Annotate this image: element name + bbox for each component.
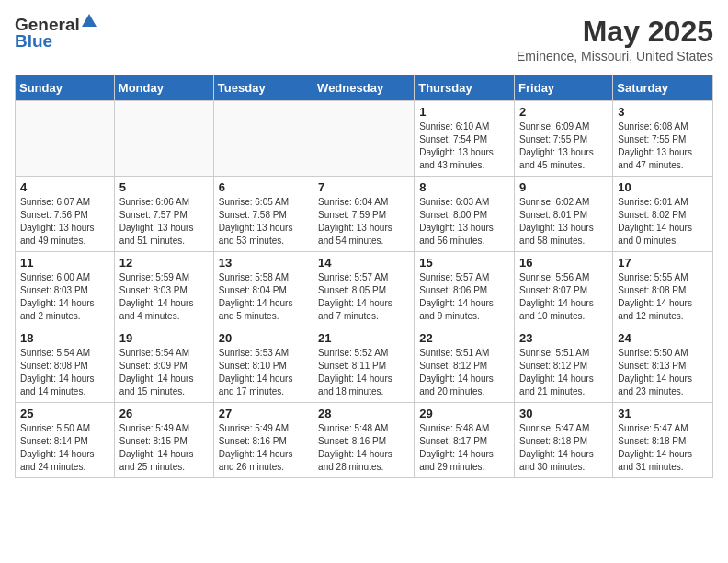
calendar-cell bbox=[213, 101, 313, 177]
calendar-cell: 30Sunrise: 5:47 AMSunset: 8:18 PMDayligh… bbox=[515, 403, 613, 478]
calendar-cell: 16Sunrise: 5:56 AMSunset: 8:07 PMDayligh… bbox=[515, 252, 613, 327]
calendar-cell: 7Sunrise: 6:04 AMSunset: 7:59 PMDaylight… bbox=[313, 177, 415, 252]
col-header-monday: Monday bbox=[114, 75, 213, 101]
day-number: 14 bbox=[318, 256, 409, 270]
calendar-cell bbox=[114, 101, 213, 177]
col-header-saturday: Saturday bbox=[613, 75, 713, 101]
logo-triangle-icon bbox=[82, 14, 97, 30]
day-number: 8 bbox=[419, 180, 509, 194]
day-info: Sunrise: 5:48 AMSunset: 8:17 PMDaylight:… bbox=[419, 422, 509, 474]
day-info: Sunrise: 6:08 AMSunset: 7:55 PMDaylight:… bbox=[618, 121, 708, 172]
calendar-cell: 25Sunrise: 5:50 AMSunset: 8:14 PMDayligh… bbox=[16, 403, 115, 478]
calendar-cell: 2Sunrise: 6:09 AMSunset: 7:55 PMDaylight… bbox=[515, 101, 613, 177]
day-number: 27 bbox=[219, 407, 308, 420]
day-number: 12 bbox=[119, 256, 209, 270]
day-info: Sunrise: 5:55 AMSunset: 8:08 PMDaylight:… bbox=[618, 271, 708, 323]
calendar-cell: 10Sunrise: 6:01 AMSunset: 8:02 PMDayligh… bbox=[613, 177, 713, 252]
day-info: Sunrise: 6:09 AMSunset: 7:55 PMDaylight:… bbox=[519, 121, 608, 172]
day-info: Sunrise: 5:51 AMSunset: 8:12 PMDaylight:… bbox=[419, 347, 509, 398]
calendar-cell: 3Sunrise: 6:08 AMSunset: 7:55 PMDaylight… bbox=[613, 101, 713, 177]
day-info: Sunrise: 6:03 AMSunset: 8:00 PMDaylight:… bbox=[419, 196, 509, 247]
day-info: Sunrise: 5:47 AMSunset: 8:18 PMDaylight:… bbox=[519, 422, 608, 474]
calendar-cell: 26Sunrise: 5:49 AMSunset: 8:15 PMDayligh… bbox=[114, 403, 213, 478]
day-number: 5 bbox=[119, 180, 209, 194]
day-number: 17 bbox=[618, 256, 708, 270]
day-info: Sunrise: 5:54 AMSunset: 8:08 PMDaylight:… bbox=[20, 347, 109, 398]
col-header-sunday: Sunday bbox=[16, 75, 115, 101]
calendar-table: SundayMondayTuesdayWednesdayThursdayFrid… bbox=[15, 75, 713, 478]
svg-marker-0 bbox=[82, 14, 97, 27]
day-number: 31 bbox=[618, 407, 708, 420]
day-number: 20 bbox=[219, 331, 308, 345]
day-number: 30 bbox=[519, 407, 608, 420]
day-info: Sunrise: 5:50 AMSunset: 8:13 PMDaylight:… bbox=[618, 347, 708, 398]
calendar-cell bbox=[313, 101, 415, 177]
day-info: Sunrise: 5:57 AMSunset: 8:06 PMDaylight:… bbox=[419, 271, 509, 323]
day-number: 4 bbox=[20, 180, 109, 194]
day-info: Sunrise: 5:51 AMSunset: 8:12 PMDaylight:… bbox=[519, 347, 608, 398]
calendar-cell: 24Sunrise: 5:50 AMSunset: 8:13 PMDayligh… bbox=[613, 327, 713, 403]
calendar-week-row: 1Sunrise: 6:10 AMSunset: 7:54 PMDaylight… bbox=[16, 101, 713, 177]
calendar-cell: 11Sunrise: 6:00 AMSunset: 8:03 PMDayligh… bbox=[16, 252, 115, 327]
calendar-title-area: May 2025 Eminence, Missouri, United Stat… bbox=[517, 15, 713, 63]
day-info: Sunrise: 5:54 AMSunset: 8:09 PMDaylight:… bbox=[119, 347, 209, 398]
day-info: Sunrise: 6:00 AMSunset: 8:03 PMDaylight:… bbox=[20, 271, 109, 323]
calendar-subtitle: Eminence, Missouri, United States bbox=[517, 49, 713, 63]
day-info: Sunrise: 5:56 AMSunset: 8:07 PMDaylight:… bbox=[519, 271, 608, 323]
day-info: Sunrise: 6:07 AMSunset: 7:56 PMDaylight:… bbox=[20, 196, 109, 247]
day-number: 26 bbox=[119, 407, 209, 420]
day-number: 1 bbox=[419, 105, 509, 119]
day-number: 10 bbox=[618, 180, 708, 194]
calendar-cell: 9Sunrise: 6:02 AMSunset: 8:01 PMDaylight… bbox=[515, 177, 613, 252]
day-info: Sunrise: 6:10 AMSunset: 7:54 PMDaylight:… bbox=[419, 121, 509, 172]
calendar-title: May 2025 bbox=[517, 15, 713, 49]
calendar-week-row: 4Sunrise: 6:07 AMSunset: 7:56 PMDaylight… bbox=[16, 177, 713, 252]
day-info: Sunrise: 6:04 AMSunset: 7:59 PMDaylight:… bbox=[318, 196, 409, 247]
calendar-cell: 22Sunrise: 5:51 AMSunset: 8:12 PMDayligh… bbox=[415, 327, 515, 403]
day-info: Sunrise: 5:49 AMSunset: 8:16 PMDaylight:… bbox=[219, 422, 308, 474]
day-number: 16 bbox=[519, 256, 608, 270]
col-header-thursday: Thursday bbox=[415, 75, 515, 101]
day-number: 19 bbox=[119, 331, 209, 345]
day-number: 11 bbox=[20, 256, 109, 270]
day-number: 3 bbox=[618, 105, 708, 119]
calendar-cell: 15Sunrise: 5:57 AMSunset: 8:06 PMDayligh… bbox=[415, 252, 515, 327]
calendar-cell bbox=[16, 101, 115, 177]
calendar-header-row: SundayMondayTuesdayWednesdayThursdayFrid… bbox=[16, 75, 713, 101]
col-header-wednesday: Wednesday bbox=[313, 75, 415, 101]
day-info: Sunrise: 5:52 AMSunset: 8:11 PMDaylight:… bbox=[318, 347, 409, 398]
day-number: 21 bbox=[318, 331, 409, 345]
day-number: 24 bbox=[618, 331, 708, 345]
day-number: 22 bbox=[419, 331, 509, 345]
day-info: Sunrise: 5:58 AMSunset: 8:04 PMDaylight:… bbox=[219, 271, 308, 323]
day-info: Sunrise: 6:06 AMSunset: 7:57 PMDaylight:… bbox=[119, 196, 209, 247]
calendar-week-row: 25Sunrise: 5:50 AMSunset: 8:14 PMDayligh… bbox=[16, 403, 713, 478]
calendar-cell: 1Sunrise: 6:10 AMSunset: 7:54 PMDaylight… bbox=[415, 101, 515, 177]
day-info: Sunrise: 5:59 AMSunset: 8:03 PMDaylight:… bbox=[119, 271, 209, 323]
calendar-cell: 17Sunrise: 5:55 AMSunset: 8:08 PMDayligh… bbox=[613, 252, 713, 327]
calendar-cell: 13Sunrise: 5:58 AMSunset: 8:04 PMDayligh… bbox=[213, 252, 313, 327]
day-number: 13 bbox=[219, 256, 308, 270]
page-header: General Blue May 2025 Eminence, Missouri… bbox=[15, 15, 713, 63]
calendar-cell: 29Sunrise: 5:48 AMSunset: 8:17 PMDayligh… bbox=[415, 403, 515, 478]
calendar-cell: 21Sunrise: 5:52 AMSunset: 8:11 PMDayligh… bbox=[313, 327, 415, 403]
day-info: Sunrise: 5:48 AMSunset: 8:16 PMDaylight:… bbox=[318, 422, 409, 474]
day-info: Sunrise: 5:47 AMSunset: 8:18 PMDaylight:… bbox=[618, 422, 708, 474]
calendar-cell: 4Sunrise: 6:07 AMSunset: 7:56 PMDaylight… bbox=[16, 177, 115, 252]
day-info: Sunrise: 5:57 AMSunset: 8:05 PMDaylight:… bbox=[318, 271, 409, 323]
calendar-cell: 18Sunrise: 5:54 AMSunset: 8:08 PMDayligh… bbox=[16, 327, 115, 403]
calendar-cell: 31Sunrise: 5:47 AMSunset: 8:18 PMDayligh… bbox=[613, 403, 713, 478]
day-number: 15 bbox=[419, 256, 509, 270]
day-number: 25 bbox=[20, 407, 109, 420]
calendar-cell: 23Sunrise: 5:51 AMSunset: 8:12 PMDayligh… bbox=[515, 327, 613, 403]
calendar-cell: 5Sunrise: 6:06 AMSunset: 7:57 PMDaylight… bbox=[114, 177, 213, 252]
day-number: 9 bbox=[519, 180, 608, 194]
calendar-week-row: 11Sunrise: 6:00 AMSunset: 8:03 PMDayligh… bbox=[16, 252, 713, 327]
day-info: Sunrise: 5:49 AMSunset: 8:15 PMDaylight:… bbox=[119, 422, 209, 474]
calendar-cell: 14Sunrise: 5:57 AMSunset: 8:05 PMDayligh… bbox=[313, 252, 415, 327]
calendar-cell: 20Sunrise: 5:53 AMSunset: 8:10 PMDayligh… bbox=[213, 327, 313, 403]
day-number: 29 bbox=[419, 407, 509, 420]
col-header-tuesday: Tuesday bbox=[213, 75, 313, 101]
day-number: 28 bbox=[318, 407, 409, 420]
calendar-cell: 28Sunrise: 5:48 AMSunset: 8:16 PMDayligh… bbox=[313, 403, 415, 478]
